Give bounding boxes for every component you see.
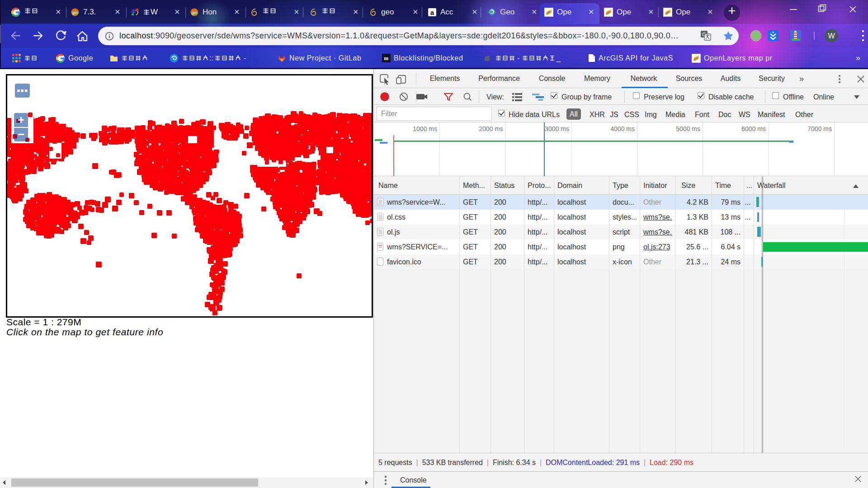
svg-text:a: a [430,8,434,16]
svg-text:gm: gm [192,10,198,14]
svg-text:W: W [828,32,835,40]
svg-text:m: m [384,55,389,61]
svg-text:gm: gm [72,10,78,14]
